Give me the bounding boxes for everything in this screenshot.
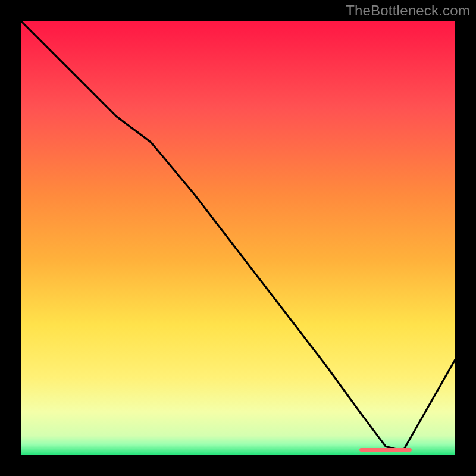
optimal-range-band — [359, 448, 412, 452]
plot-area — [21, 21, 455, 455]
bottleneck-chart — [21, 21, 455, 455]
watermark-label: TheBottleneck.com — [346, 2, 470, 19]
chart-container: TheBottleneck.com — [0, 0, 476, 476]
